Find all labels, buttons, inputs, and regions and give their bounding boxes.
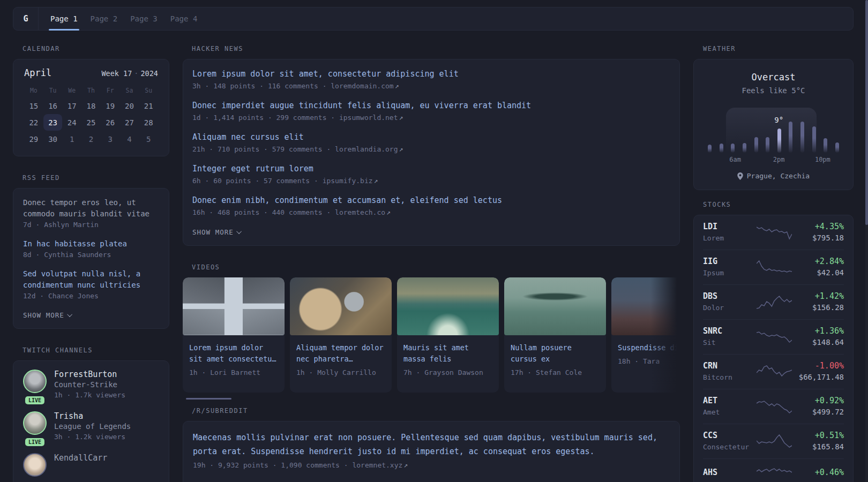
video-meta: 17h · Stefan Cole (511, 368, 600, 376)
video-thumbnail[interactable] (611, 277, 680, 335)
stock-price: $42.04 (795, 268, 844, 277)
rss-item-title[interactable]: In hac habitasse platea (23, 238, 159, 250)
hn-item-domain-link[interactable]: ipsumworld.net (339, 114, 398, 122)
table-row: AHS +0.46% (703, 458, 844, 482)
stock-symbol[interactable]: LDI (703, 222, 754, 232)
stock-change: -1.00% (795, 361, 844, 371)
external-link-icon: ↗ (399, 145, 403, 153)
table-row: DBSDolor +1.42%$156.28 (703, 284, 844, 319)
list-item: Sed volutpat nulla nisl, a condimentum n… (23, 268, 159, 301)
hn-show-more-button[interactable]: SHOW MORE (192, 228, 242, 236)
video-title[interactable]: Suspendisse diam (618, 342, 680, 353)
hn-item-domain-link[interactable]: loremlandia.org (335, 145, 398, 153)
stock-price: $66,171.48 (795, 373, 844, 382)
video-title[interactable]: Aliquam tempor dolor nec pharetra… (296, 342, 385, 365)
avatar[interactable]: LIVE (23, 411, 47, 442)
carousel-scrollbar[interactable] (186, 398, 231, 400)
hn-item-domain-link[interactable]: loremtech.co (335, 208, 385, 216)
tab-page-4[interactable]: Page 4 (170, 7, 198, 30)
list-item: Integer eget rutrum lorem 6h · 60 points… (192, 163, 670, 186)
subreddit-header: /R/SUBREDDIT (192, 407, 680, 415)
rss-header: RSS FEED (23, 174, 169, 182)
calendar-day: 25 (81, 114, 101, 131)
stock-change: +4.35% (795, 222, 844, 232)
rss-item-meta: 12d · Chance Jones (23, 291, 159, 301)
channel-name[interactable]: KendallCarr (54, 453, 107, 463)
stock-symbol[interactable]: CRN (703, 361, 754, 371)
channel-category: Counter-Strike (54, 380, 125, 390)
app-logo[interactable]: G (13, 7, 39, 30)
hn-item-domain-link[interactable]: loremdomain.com (331, 82, 393, 90)
calendar-day: 23 (43, 114, 63, 131)
video-carousel: Lorem ipsum dolor sit amet consectetu… 1… (183, 277, 680, 393)
calendar-day: 24 (62, 114, 81, 131)
external-link-icon: ↗ (395, 82, 399, 90)
hn-item-title[interactable]: Integer eget rutrum lorem (192, 163, 670, 175)
rss-item-title[interactable]: Donec tempor eros leo, ut commodo mauris… (23, 197, 159, 220)
weather-condition: Overcast (702, 71, 844, 83)
tab-page-3[interactable]: Page 3 (130, 7, 158, 30)
calendar-day: 1 (62, 131, 81, 147)
video-thumbnail[interactable] (397, 277, 499, 335)
stock-price: $156.28 (795, 303, 844, 312)
video-card[interactable]: Suspendisse diam 18h · Tara (611, 277, 680, 393)
video-card[interactable]: Lorem ipsum dolor sit amet consectetu… 1… (183, 277, 285, 393)
table-row: CCSConsectetur +0.51%$165.84 (703, 424, 844, 458)
avatar[interactable]: LIVE (23, 370, 47, 400)
weather-bar (720, 144, 723, 153)
video-thumbnail[interactable] (504, 277, 606, 335)
reddit-post-domain-link[interactable]: loremnet.xyz (352, 461, 402, 469)
reddit-post-title[interactable]: Maecenas mollis pulvinar erat non posuer… (193, 431, 670, 458)
videos-header: VIDEOS (192, 263, 680, 271)
rss-show-more-button[interactable]: SHOW MORE (23, 311, 72, 319)
video-title[interactable]: Nullam posuere cursus ex (511, 342, 600, 365)
avatar[interactable] (23, 453, 47, 477)
video-card[interactable]: Nullam posuere cursus ex 17h · Stefan Co… (504, 277, 606, 393)
video-title[interactable]: Mauris sit amet massa felis (403, 342, 492, 365)
list-item: Donec imperdiet augue tincidunt felis al… (192, 100, 670, 123)
calendar-day: 18 (81, 97, 101, 114)
scrollbar-thumb[interactable] (865, 0, 868, 225)
stock-symbol[interactable]: IIG (703, 257, 754, 267)
calendar-widget: April Week 17·2024 MoTuWeThFrSaSu 151617… (13, 59, 169, 156)
weather-time-labels: 6am2pm10pm (708, 156, 839, 164)
stock-symbol[interactable]: AET (703, 396, 754, 406)
hn-item-title[interactable]: Donec enim nibh, condimentum et accumsan… (192, 195, 670, 206)
stock-sparkline (757, 294, 792, 310)
channel-name[interactable]: ForrestBurton (54, 370, 125, 380)
hn-item-domain-link[interactable]: ipsumify.biz (323, 177, 373, 185)
stock-name: Ipsum (703, 268, 754, 277)
calendar-day: 3 (101, 131, 120, 147)
channel-category: League of Legends (54, 421, 131, 432)
tab-page-1[interactable]: Page 1 (50, 7, 78, 30)
calendar-day: 5 (139, 131, 158, 147)
stock-symbol[interactable]: DBS (703, 291, 754, 302)
hn-item-title[interactable]: Donec imperdiet augue tincidunt felis al… (192, 100, 670, 111)
calendar-day: 30 (43, 131, 63, 147)
stock-change: +1.36% (795, 326, 844, 336)
calendar-day: 15 (24, 97, 43, 114)
rss-item-title[interactable]: Sed volutpat nulla nisl, a condimentum n… (23, 268, 159, 291)
video-card[interactable]: Mauris sit amet massa felis 7h · Grayson… (397, 277, 499, 393)
stock-symbol[interactable]: AHS (703, 468, 754, 478)
table-row: CRNBitcorn -1.00%$66,171.48 (703, 354, 844, 389)
list-item: Lorem ipsum dolor sit amet, consectetur … (192, 69, 670, 91)
calendar-day: 28 (139, 114, 158, 131)
calendar-weekday: Fr (101, 87, 120, 94)
video-card[interactable]: Aliquam tempor dolor nec pharetra… 1h · … (290, 277, 392, 393)
video-thumbnail[interactable] (290, 277, 392, 335)
stock-sparkline (757, 364, 792, 380)
video-title[interactable]: Lorem ipsum dolor sit amet consectetu… (189, 342, 278, 365)
weather-bar (708, 145, 712, 153)
video-thumbnail[interactable] (183, 277, 285, 335)
channel-name[interactable]: Trisha (54, 411, 131, 421)
stock-sparkline (757, 329, 792, 345)
stock-price: $499.72 (795, 408, 844, 417)
calendar-day: 19 (101, 97, 120, 114)
hn-item-title[interactable]: Aliquam nec cursus elit (192, 132, 670, 143)
hn-item-title[interactable]: Lorem ipsum dolor sit amet, consectetur … (192, 69, 670, 80)
tab-page-2[interactable]: Page 2 (90, 7, 118, 30)
list-item: LIVE Trisha League of Legends 3h · 1.2k … (23, 411, 159, 442)
stock-symbol[interactable]: SNRC (703, 326, 754, 336)
stock-symbol[interactable]: CCS (703, 431, 754, 441)
